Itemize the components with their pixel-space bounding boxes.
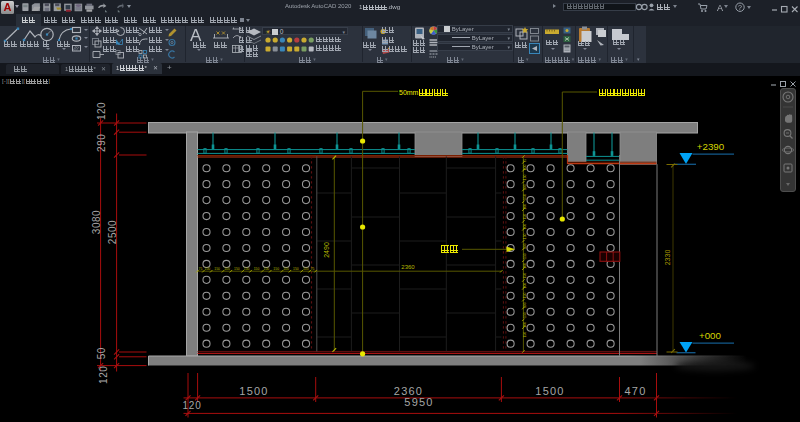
svg-text:100: 100 (523, 165, 527, 171)
svg-text:100: 100 (244, 267, 250, 271)
svg-text:150: 150 (523, 233, 527, 239)
svg-text:150: 150 (523, 194, 527, 200)
svg-text:75: 75 (311, 267, 315, 271)
svg-text:150: 150 (523, 312, 527, 318)
svg-text:120: 120 (98, 366, 109, 384)
svg-text:100: 100 (523, 204, 527, 210)
svg-text:100: 100 (205, 267, 211, 271)
svg-text:100: 100 (523, 243, 527, 249)
svg-text:100: 100 (303, 267, 309, 271)
svg-text:2490: 2490 (323, 242, 330, 258)
svg-text:2360: 2360 (401, 264, 415, 270)
svg-text:100: 100 (523, 184, 527, 190)
svg-text:2330: 2330 (664, 250, 671, 266)
svg-text:100: 100 (283, 267, 289, 271)
svg-text:5950: 5950 (404, 396, 433, 408)
svg-text:75: 75 (199, 267, 203, 271)
svg-text:120: 120 (182, 400, 201, 411)
svg-text:150: 150 (523, 273, 527, 279)
svg-text:290: 290 (96, 134, 107, 152)
svg-text:150: 150 (273, 267, 279, 271)
svg-text:2500: 2500 (107, 220, 118, 244)
svg-text:A: A (717, 3, 723, 13)
svg-text:150: 150 (254, 267, 260, 271)
svg-text:+000: +000 (699, 330, 722, 341)
svg-text:1500: 1500 (535, 385, 564, 397)
svg-text:150: 150 (234, 267, 240, 271)
svg-text:150: 150 (523, 214, 527, 220)
svg-text:?: ? (738, 4, 742, 11)
svg-text:150: 150 (523, 253, 527, 259)
svg-text:75: 75 (523, 159, 527, 163)
svg-text:50: 50 (96, 347, 107, 359)
svg-text:150: 150 (523, 332, 527, 338)
svg-text:100: 100 (523, 322, 527, 328)
svg-text:150: 150 (214, 267, 220, 271)
svg-text:120: 120 (96, 102, 107, 120)
svg-text:100: 100 (224, 267, 230, 271)
svg-text:100: 100 (523, 283, 527, 289)
svg-text:150: 150 (293, 267, 299, 271)
svg-text:100: 100 (264, 267, 270, 271)
svg-text:3080: 3080 (91, 210, 102, 234)
svg-text:150: 150 (523, 174, 527, 180)
svg-text:+2390: +2390 (697, 141, 725, 152)
svg-text:100: 100 (523, 302, 527, 308)
svg-text:100: 100 (523, 224, 527, 230)
svg-text:100: 100 (523, 263, 527, 269)
svg-text:150: 150 (523, 292, 527, 298)
svg-text:1500: 1500 (239, 385, 268, 397)
svg-text:470: 470 (625, 385, 647, 397)
